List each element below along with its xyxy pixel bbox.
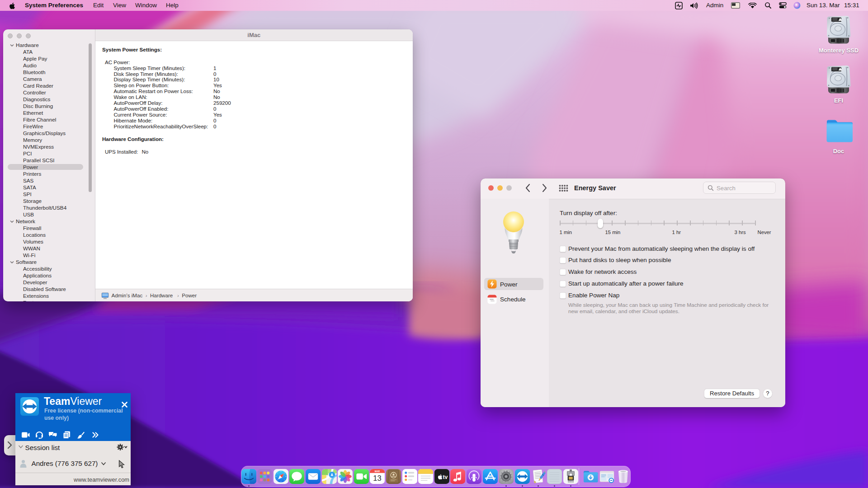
svg-text:tv: tv	[443, 474, 448, 480]
svg-text:13: 13	[373, 474, 382, 482]
svg-text:MAR: MAR	[375, 469, 380, 472]
